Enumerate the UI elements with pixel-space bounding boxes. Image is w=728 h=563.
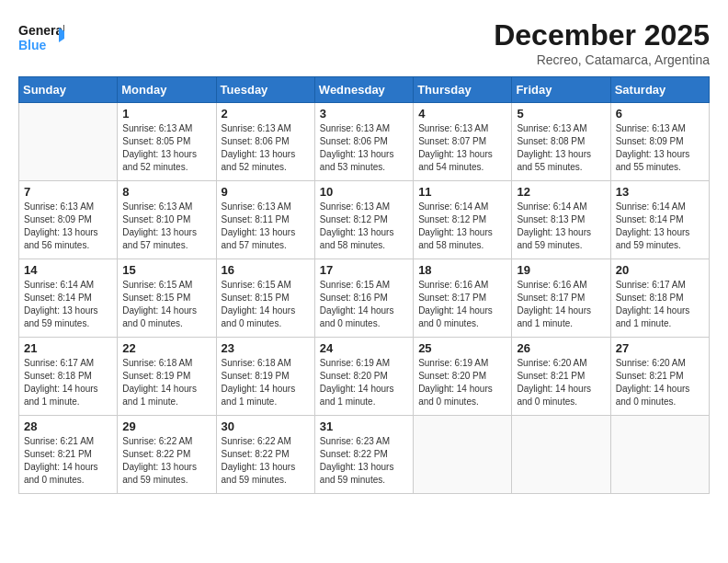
logo: General Blue bbox=[18, 18, 64, 55]
day-info: Sunrise: 6:13 AM Sunset: 8:07 PM Dayligh… bbox=[418, 122, 506, 174]
day-number: 3 bbox=[320, 107, 408, 121]
calendar-cell: 26Sunrise: 6:20 AM Sunset: 8:21 PM Dayli… bbox=[512, 338, 610, 416]
day-info: Sunrise: 6:18 AM Sunset: 8:19 PM Dayligh… bbox=[122, 357, 210, 408]
day-number: 24 bbox=[320, 341, 408, 355]
calendar-cell: 21Sunrise: 6:17 AM Sunset: 8:18 PM Dayli… bbox=[19, 338, 118, 416]
calendar-cell bbox=[19, 103, 118, 181]
day-number: 1 bbox=[122, 107, 210, 121]
calendar-cell: 8Sunrise: 6:13 AM Sunset: 8:10 PM Daylig… bbox=[118, 181, 216, 259]
day-number: 16 bbox=[222, 263, 310, 277]
calendar-cell: 24Sunrise: 6:19 AM Sunset: 8:20 PM Dayli… bbox=[314, 338, 413, 416]
day-number: 2 bbox=[222, 107, 310, 121]
calendar-cell: 28Sunrise: 6:21 AM Sunset: 8:21 PM Dayli… bbox=[19, 416, 118, 494]
calendar-cell bbox=[414, 416, 512, 494]
calendar-week-row: 1Sunrise: 6:13 AM Sunset: 8:05 PM Daylig… bbox=[19, 103, 710, 181]
day-info: Sunrise: 6:21 AM Sunset: 8:21 PM Dayligh… bbox=[24, 435, 112, 487]
calendar-cell: 18Sunrise: 6:16 AM Sunset: 8:17 PM Dayli… bbox=[414, 259, 512, 338]
day-number: 4 bbox=[418, 107, 506, 121]
day-info: Sunrise: 6:15 AM Sunset: 8:15 PM Dayligh… bbox=[222, 279, 310, 330]
calendar-week-row: 28Sunrise: 6:21 AM Sunset: 8:21 PM Dayli… bbox=[19, 416, 710, 494]
calendar-cell bbox=[512, 416, 610, 494]
day-info: Sunrise: 6:13 AM Sunset: 8:11 PM Dayligh… bbox=[222, 201, 310, 252]
calendar-cell: 30Sunrise: 6:22 AM Sunset: 8:22 PM Dayli… bbox=[216, 416, 314, 494]
day-info: Sunrise: 6:13 AM Sunset: 8:12 PM Dayligh… bbox=[320, 201, 408, 252]
day-number: 26 bbox=[517, 341, 605, 355]
day-info: Sunrise: 6:13 AM Sunset: 8:06 PM Dayligh… bbox=[222, 122, 310, 174]
day-number: 29 bbox=[122, 419, 210, 433]
calendar-week-row: 14Sunrise: 6:14 AM Sunset: 8:14 PM Dayli… bbox=[19, 259, 710, 338]
day-info: Sunrise: 6:16 AM Sunset: 8:17 PM Dayligh… bbox=[517, 279, 605, 330]
calendar-day-header: Friday bbox=[512, 77, 610, 103]
day-info: Sunrise: 6:22 AM Sunset: 8:22 PM Dayligh… bbox=[222, 435, 310, 487]
calendar-cell: 12Sunrise: 6:14 AM Sunset: 8:13 PM Dayli… bbox=[512, 181, 610, 259]
calendar-week-row: 7Sunrise: 6:13 AM Sunset: 8:09 PM Daylig… bbox=[19, 181, 710, 259]
calendar-week-row: 21Sunrise: 6:17 AM Sunset: 8:18 PM Dayli… bbox=[19, 338, 710, 416]
month-title: December 2025 bbox=[494, 18, 710, 52]
calendar-day-header: Saturday bbox=[610, 77, 709, 103]
day-info: Sunrise: 6:15 AM Sunset: 8:15 PM Dayligh… bbox=[122, 279, 210, 330]
calendar-cell: 16Sunrise: 6:15 AM Sunset: 8:15 PM Dayli… bbox=[216, 259, 314, 338]
calendar-day-header: Wednesday bbox=[314, 77, 413, 103]
calendar-body: 1Sunrise: 6:13 AM Sunset: 8:05 PM Daylig… bbox=[19, 103, 710, 494]
day-info: Sunrise: 6:13 AM Sunset: 8:09 PM Dayligh… bbox=[24, 201, 112, 252]
day-number: 31 bbox=[320, 419, 408, 433]
day-number: 25 bbox=[418, 341, 506, 355]
day-number: 21 bbox=[24, 341, 112, 355]
day-number: 15 bbox=[122, 263, 210, 277]
calendar-cell: 22Sunrise: 6:18 AM Sunset: 8:19 PM Dayli… bbox=[118, 338, 216, 416]
day-number: 5 bbox=[517, 107, 605, 121]
day-number: 22 bbox=[122, 341, 210, 355]
day-number: 13 bbox=[616, 185, 704, 199]
calendar-cell bbox=[610, 416, 709, 494]
calendar-day-header: Monday bbox=[118, 77, 216, 103]
day-number: 11 bbox=[418, 185, 506, 199]
day-info: Sunrise: 6:13 AM Sunset: 8:08 PM Dayligh… bbox=[517, 122, 605, 174]
calendar-cell: 13Sunrise: 6:14 AM Sunset: 8:14 PM Dayli… bbox=[610, 181, 709, 259]
day-info: Sunrise: 6:17 AM Sunset: 8:18 PM Dayligh… bbox=[616, 279, 704, 330]
day-number: 20 bbox=[616, 263, 704, 277]
calendar-cell: 3Sunrise: 6:13 AM Sunset: 8:06 PM Daylig… bbox=[314, 103, 413, 181]
calendar-cell: 23Sunrise: 6:18 AM Sunset: 8:19 PM Dayli… bbox=[216, 338, 314, 416]
day-number: 9 bbox=[222, 185, 310, 199]
title-block: December 2025 Recreo, Catamarca, Argenti… bbox=[494, 18, 710, 67]
day-number: 28 bbox=[24, 419, 112, 433]
calendar-table: SundayMondayTuesdayWednesdayThursdayFrid… bbox=[18, 76, 710, 494]
calendar-cell: 4Sunrise: 6:13 AM Sunset: 8:07 PM Daylig… bbox=[414, 103, 512, 181]
calendar-cell: 1Sunrise: 6:13 AM Sunset: 8:05 PM Daylig… bbox=[118, 103, 216, 181]
calendar-cell: 17Sunrise: 6:15 AM Sunset: 8:16 PM Dayli… bbox=[314, 259, 413, 338]
calendar-day-header: Tuesday bbox=[216, 77, 314, 103]
calendar-cell: 27Sunrise: 6:20 AM Sunset: 8:21 PM Dayli… bbox=[610, 338, 709, 416]
day-number: 10 bbox=[320, 185, 408, 199]
day-info: Sunrise: 6:14 AM Sunset: 8:14 PM Dayligh… bbox=[616, 201, 704, 252]
day-info: Sunrise: 6:15 AM Sunset: 8:16 PM Dayligh… bbox=[320, 279, 408, 330]
day-info: Sunrise: 6:23 AM Sunset: 8:22 PM Dayligh… bbox=[320, 435, 408, 487]
calendar-cell: 20Sunrise: 6:17 AM Sunset: 8:18 PM Dayli… bbox=[610, 259, 709, 338]
day-info: Sunrise: 6:19 AM Sunset: 8:20 PM Dayligh… bbox=[418, 357, 506, 408]
calendar-cell: 14Sunrise: 6:14 AM Sunset: 8:14 PM Dayli… bbox=[19, 259, 118, 338]
day-info: Sunrise: 6:13 AM Sunset: 8:09 PM Dayligh… bbox=[616, 122, 704, 174]
day-number: 17 bbox=[320, 263, 408, 277]
day-number: 14 bbox=[24, 263, 112, 277]
day-info: Sunrise: 6:20 AM Sunset: 8:21 PM Dayligh… bbox=[517, 357, 605, 408]
svg-text:General: General bbox=[18, 23, 64, 38]
calendar-cell: 19Sunrise: 6:16 AM Sunset: 8:17 PM Dayli… bbox=[512, 259, 610, 338]
calendar-cell: 10Sunrise: 6:13 AM Sunset: 8:12 PM Dayli… bbox=[314, 181, 413, 259]
day-info: Sunrise: 6:14 AM Sunset: 8:12 PM Dayligh… bbox=[418, 201, 506, 252]
calendar-cell: 6Sunrise: 6:13 AM Sunset: 8:09 PM Daylig… bbox=[610, 103, 709, 181]
day-info: Sunrise: 6:22 AM Sunset: 8:22 PM Dayligh… bbox=[122, 435, 210, 487]
calendar-cell: 15Sunrise: 6:15 AM Sunset: 8:15 PM Dayli… bbox=[118, 259, 216, 338]
day-info: Sunrise: 6:20 AM Sunset: 8:21 PM Dayligh… bbox=[616, 357, 704, 408]
calendar-cell: 31Sunrise: 6:23 AM Sunset: 8:22 PM Dayli… bbox=[314, 416, 413, 494]
day-number: 19 bbox=[517, 263, 605, 277]
day-number: 18 bbox=[418, 263, 506, 277]
calendar-day-header: Sunday bbox=[19, 77, 118, 103]
day-info: Sunrise: 6:14 AM Sunset: 8:13 PM Dayligh… bbox=[517, 201, 605, 252]
day-number: 30 bbox=[222, 419, 310, 433]
logo-icon: General Blue bbox=[18, 18, 64, 55]
calendar-cell: 29Sunrise: 6:22 AM Sunset: 8:22 PM Dayli… bbox=[118, 416, 216, 494]
page-header: General Blue December 2025 Recreo, Catam… bbox=[18, 18, 710, 67]
day-info: Sunrise: 6:16 AM Sunset: 8:17 PM Dayligh… bbox=[418, 279, 506, 330]
day-info: Sunrise: 6:14 AM Sunset: 8:14 PM Dayligh… bbox=[24, 279, 112, 330]
day-number: 8 bbox=[122, 185, 210, 199]
calendar-cell: 2Sunrise: 6:13 AM Sunset: 8:06 PM Daylig… bbox=[216, 103, 314, 181]
